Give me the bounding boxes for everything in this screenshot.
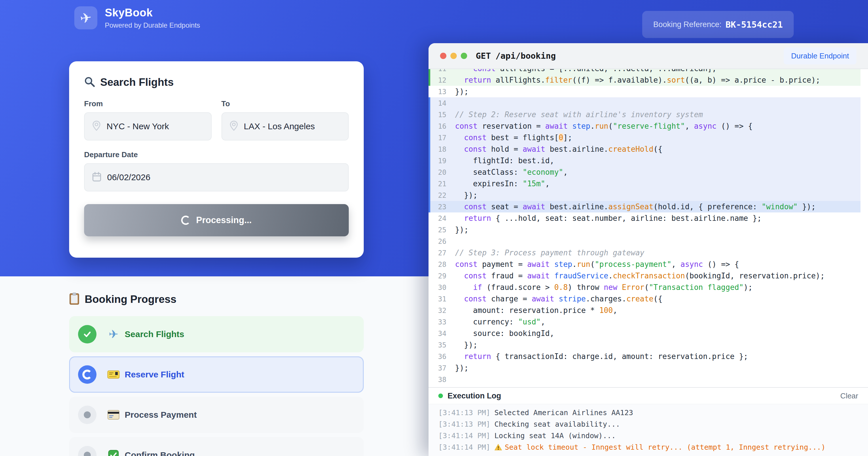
- code-line: 28const payment = await step.run("proces…: [429, 259, 861, 270]
- code-line: 36 return { transactionId: charge.id, am…: [429, 351, 861, 362]
- departure-date-input[interactable]: 06/02/2026: [84, 163, 349, 191]
- app-name: SkyBook: [105, 7, 200, 19]
- code-line: 14: [429, 97, 861, 109]
- credit-card-icon: [107, 410, 120, 420]
- code-line: 30 if (fraud.score > 0.8) throw new Erro…: [429, 282, 861, 293]
- search-card-title-text: Search Flights: [100, 76, 174, 88]
- execution-log-title: Execution Log: [447, 392, 501, 400]
- code-line: 35 });: [429, 339, 861, 351]
- app-logo: ✈: [74, 6, 97, 29]
- http-method: GET: [476, 51, 491, 61]
- departure-date-field: Departure Date 06/02/2026: [84, 150, 349, 191]
- from-value: NYC - New York: [106, 122, 169, 131]
- code-line: 39const confirmed = await step.run("conf…: [429, 385, 861, 387]
- search-submit-button[interactable]: Processing...: [84, 204, 349, 236]
- code-line: 23 const seat = await best.airline.assig…: [429, 201, 861, 213]
- progress-step-confirm-booking: Confirm Booking: [69, 437, 364, 456]
- check-icon: [107, 450, 120, 456]
- warning-icon: [494, 444, 502, 451]
- code-line: 37});: [429, 362, 861, 374]
- execution-log-header: Execution Log Clear: [429, 387, 868, 404]
- calendar-icon: [92, 172, 101, 183]
- progress-step-search-flights: ✈ Search Flights: [69, 316, 364, 352]
- window-close-dot: [440, 53, 446, 59]
- to-field: To LAX - Los Angeles: [221, 99, 349, 140]
- code-line: 38: [429, 374, 861, 385]
- app-header: ✈ SkyBook Powered by Durable Endpoints: [74, 6, 200, 29]
- code-line: 18 const hold = await best.airline.creat…: [429, 143, 861, 155]
- skybook-app: ✈ SkyBook Powered by Durable Endpoints B…: [0, 0, 868, 456]
- from-input[interactable]: NYC - New York: [84, 112, 212, 140]
- code-line: 20 seatClass: "economy",: [429, 166, 861, 178]
- step-label: Process Payment: [125, 410, 197, 420]
- ticket-icon: [107, 369, 120, 380]
- log-entry: [3:41:14 PM]Locking seat 14A (window)...: [438, 430, 868, 442]
- step-completed-check-icon: [78, 325, 96, 344]
- step-label: Confirm Booking: [125, 450, 195, 456]
- airplane-icon: ✈: [79, 9, 93, 27]
- location-pin-icon: [229, 121, 238, 132]
- code-editor-panel: GET/api/booking Durable Endpoint 11 cons…: [429, 43, 868, 456]
- location-pin-icon: [92, 121, 101, 132]
- search-flights-card: Search Flights From NYC - New York To: [69, 61, 364, 258]
- code-line: 22 });: [429, 189, 861, 201]
- code-line: 31 const charge = await stripe.charges.c…: [429, 293, 861, 304]
- search-submit-label: Processing...: [196, 215, 252, 225]
- code-line: 12 return allFlights.filter((f) => f.ava…: [429, 74, 861, 86]
- endpoint-title: GET/api/booking: [476, 51, 556, 61]
- departure-date-label: Departure Date: [84, 150, 349, 159]
- window-minimize-dot: [451, 53, 457, 59]
- search-card-title: Search Flights: [84, 76, 349, 88]
- code-line: 11 const allFlights = [...united, ...del…: [429, 69, 861, 74]
- step-pending-dot-icon: [78, 405, 96, 424]
- search-icon: [84, 76, 95, 88]
- window-maximize-dot: [461, 53, 467, 59]
- code-line: 26: [429, 235, 861, 247]
- online-green-dot: [438, 394, 443, 398]
- code-line: 15// Step 2: Reserve seat with airline's…: [429, 109, 861, 120]
- progress-step-process-payment: Process Payment: [69, 397, 364, 433]
- clipboard-icon: [69, 292, 80, 306]
- log-entry: [3:41:13 PM]Selected American Airlines A…: [438, 407, 868, 419]
- booking-reference-badge: Booking Reference: BK-5154cc21: [642, 11, 794, 38]
- code-line: 24 return { ...hold, seat: seat.number, …: [429, 213, 861, 224]
- step-active-spinner-icon: [78, 365, 96, 384]
- code-line: 29 const fraud = await fraudService.chec…: [429, 270, 861, 282]
- progress-step-reserve-flight: Reserve Flight: [69, 356, 364, 393]
- booking-progress-title-text: Booking Progress: [85, 293, 177, 305]
- code-line: 33 currency: "usd",: [429, 316, 861, 328]
- step-label: Search Flights: [125, 329, 184, 339]
- log-entry: [3:41:14 PM]Seat lock timeout - Inngest …: [438, 442, 868, 453]
- code-line: 27// Step 3: Process payment through gat…: [429, 247, 861, 259]
- to-label: To: [221, 99, 349, 108]
- code-line: 21 expiresIn: "15m",: [429, 178, 861, 189]
- durable-endpoint-badge: Durable Endpoint: [784, 47, 857, 64]
- step-label: Reserve Flight: [125, 370, 184, 380]
- code-line: 25});: [429, 224, 861, 235]
- booking-progress-title: Booking Progress: [69, 292, 177, 306]
- code-line: 17 const best = flights[0];: [429, 132, 861, 143]
- from-field: From NYC - New York: [84, 99, 212, 140]
- code-line: 34 source: bookingId,: [429, 328, 861, 339]
- to-value: LAX - Los Angeles: [244, 122, 315, 131]
- code-line: 32 amount: reservation.price * 100,: [429, 304, 861, 316]
- execution-log-body[interactable]: [3:41:13 PM]Selected American Airlines A…: [429, 404, 868, 456]
- clear-log-button[interactable]: Clear: [840, 392, 858, 400]
- origin-destination-row: From NYC - New York To LAX - Los Angeles: [84, 99, 349, 140]
- code-line: 13});: [429, 86, 861, 97]
- code-lines: 11 const allFlights = [...united, ...del…: [429, 69, 868, 387]
- endpoint-path: /api/booking: [495, 51, 556, 61]
- spinner-icon: [181, 216, 190, 225]
- booking-reference-code: BK-5154cc21: [725, 20, 783, 30]
- departure-date-value: 06/02/2026: [107, 172, 150, 182]
- code-line: 16const reservation = await step.run("re…: [429, 120, 861, 132]
- app-tagline: Powered by Durable Endpoints: [105, 21, 200, 29]
- app-title-block: SkyBook Powered by Durable Endpoints: [105, 7, 200, 29]
- code-line: 19 flightId: best.id,: [429, 155, 861, 166]
- step-pending-dot-icon: [78, 446, 96, 456]
- code-scroll-area[interactable]: 11 const allFlights = [...united, ...del…: [429, 69, 868, 387]
- to-input[interactable]: LAX - Los Angeles: [221, 112, 349, 140]
- airplane-icon: ✈: [107, 328, 120, 341]
- from-label: From: [84, 99, 212, 108]
- code-editor-header: GET/api/booking Durable Endpoint: [429, 43, 868, 69]
